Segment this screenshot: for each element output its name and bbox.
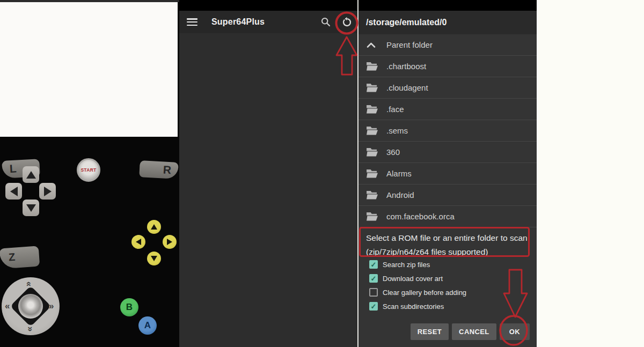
parent-folder-row[interactable]: Parent folder <box>358 34 537 56</box>
ok-button[interactable]: OK <box>500 323 530 340</box>
menu-icon[interactable] <box>187 18 197 26</box>
folder-row[interactable]: com.facebook.orca <box>358 206 537 227</box>
checkbox-icon[interactable]: ✓ <box>369 274 378 283</box>
dpad-up-icon <box>26 171 36 179</box>
dpad-down-icon <box>26 204 36 212</box>
checkbox-label: Clear gallery before adding <box>383 289 466 297</box>
folder-name: .face <box>386 105 404 114</box>
reset-button[interactable]: RESET <box>411 323 449 340</box>
folder-icon <box>366 147 379 158</box>
checkbox-label: Scan subdirectories <box>383 302 444 311</box>
analog-stick[interactable]: « « « » <box>2 277 60 335</box>
c-right-button[interactable] <box>163 235 177 249</box>
folder-list: Parent folder .chartboost .cloudagent .f… <box>358 34 537 227</box>
folder-icon <box>366 125 379 136</box>
analog-chevron-left-icon: « <box>5 301 10 311</box>
folder-row[interactable]: .face <box>358 99 537 120</box>
analog-chevron-right-icon: » <box>49 301 54 311</box>
analog-chevron-down-icon: « <box>25 327 34 331</box>
game-panel: L R START Z « « « » B A <box>0 0 179 347</box>
folder-name: .cloudagent <box>386 83 428 92</box>
chevron-up-icon <box>366 40 379 50</box>
folder-name: .chartboost <box>386 62 426 71</box>
dialog-buttons: RESET CANCEL OK <box>411 323 530 340</box>
folder-name: Alarms <box>386 169 412 178</box>
folder-icon <box>366 211 379 222</box>
z-button[interactable]: Z <box>0 246 40 269</box>
dpad-right-icon <box>44 187 52 196</box>
folder-icon <box>366 190 379 201</box>
dpad-down-button[interactable] <box>23 200 39 216</box>
folder-name: Android <box>386 190 414 200</box>
status-bar <box>358 0 537 11</box>
c-up-button[interactable] <box>147 220 161 234</box>
checkbox-label: Download cover art <box>383 275 443 283</box>
checkbox-search-zip[interactable]: ✓ Search zip files <box>369 257 466 271</box>
folder-row[interactable]: Alarms <box>358 163 537 184</box>
folder-row[interactable]: .sems <box>358 120 537 142</box>
c-down-button[interactable] <box>147 252 161 265</box>
checkbox-download-cover-art[interactable]: ✓ Download cover art <box>369 271 466 285</box>
c-right-icon <box>167 239 172 245</box>
checkbox-label: Search zip files <box>383 261 430 269</box>
folder-row[interactable]: .chartboost <box>358 56 537 77</box>
current-path: /storage/emulated/0 <box>358 11 537 34</box>
status-bar <box>179 0 357 11</box>
app-title: Super64Plus <box>211 17 265 27</box>
checkbox-scan-subdirectories[interactable]: ✓ Scan subdirectories <box>369 299 466 313</box>
cancel-button[interactable]: CANCEL <box>452 323 496 340</box>
checkbox-clear-gallery[interactable]: ✓ Clear gallery before adding <box>369 285 466 299</box>
folder-icon <box>366 104 379 115</box>
folder-icon <box>366 61 379 72</box>
dpad <box>5 166 57 217</box>
dpad-left-icon <box>10 187 18 196</box>
scan-options: ✓ Search zip files ✓ Download cover art … <box>369 257 466 313</box>
folder-row[interactable]: 360 <box>358 142 537 163</box>
folder-row[interactable]: .cloudagent <box>358 77 537 99</box>
c-up-icon <box>151 224 157 230</box>
dpad-right-button[interactable] <box>39 183 56 200</box>
rom-list-panel: Super64Plus <box>179 0 357 347</box>
c-down-icon <box>151 256 157 261</box>
start-button[interactable]: START <box>77 158 100 182</box>
c-left-icon <box>136 239 141 245</box>
rom-hint-text: Select a ROM file or an entire folder to… <box>366 231 528 259</box>
checkbox-icon[interactable]: ✓ <box>369 302 378 311</box>
analog-knob[interactable] <box>18 294 43 319</box>
start-button-label: START <box>80 167 96 173</box>
search-icon[interactable] <box>320 16 332 28</box>
a-button[interactable]: A <box>138 316 157 335</box>
screenshot-root: L R START Z « « « » B A <box>0 0 644 347</box>
game-screen <box>0 2 178 137</box>
app-toolbar: Super64Plus <box>179 11 357 33</box>
folder-name: .sems <box>386 126 408 135</box>
c-buttons <box>131 219 178 267</box>
folder-icon <box>366 83 379 93</box>
b-button[interactable]: B <box>120 298 138 316</box>
dpad-left-button[interactable] <box>5 183 22 200</box>
dpad-up-button[interactable] <box>23 166 39 183</box>
folder-name: com.facebook.orca <box>386 212 455 221</box>
refresh-icon[interactable] <box>341 16 353 28</box>
r-shoulder-button[interactable]: R <box>139 160 179 179</box>
checkbox-icon[interactable]: ✓ <box>369 288 378 297</box>
c-left-button[interactable] <box>131 235 145 249</box>
folder-name: 360 <box>386 147 400 157</box>
file-browser-panel: /storage/emulated/0 Parent folder .chart… <box>357 0 537 347</box>
parent-folder-label: Parent folder <box>386 40 433 49</box>
folder-row[interactable]: Android <box>358 184 537 206</box>
analog-chevron-up-icon: « <box>25 282 34 286</box>
folder-icon <box>366 168 379 179</box>
checkbox-icon[interactable]: ✓ <box>369 260 378 269</box>
